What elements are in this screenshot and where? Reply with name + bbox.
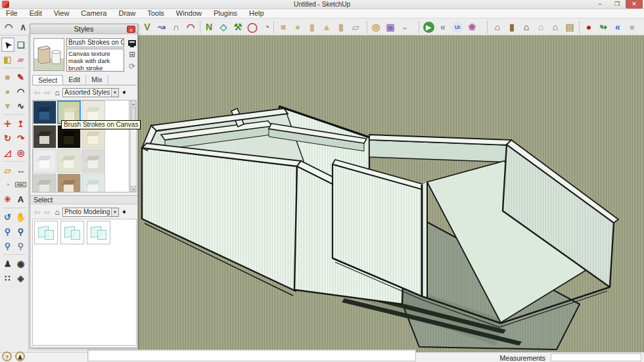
walk-tool[interactable]: ∷ — [1, 271, 14, 285]
chevrons-left-icon[interactable]: « — [436, 20, 450, 34]
styles-collection-dropdown[interactable]: Assorted Styles▼ — [62, 88, 119, 97]
styles-panel-title[interactable]: Styles — [30, 24, 137, 34]
ellipse-icon[interactable]: ◯ — [245, 20, 260, 34]
second-panel-header[interactable]: Select — [30, 195, 137, 204]
help-icon[interactable]: ? — [2, 351, 12, 361]
photo-modeling-dropdown[interactable]: Photo Modeling▼ — [62, 208, 119, 217]
offset-tool[interactable]: ◎ — [14, 145, 28, 160]
3d-text-tool[interactable]: A — [14, 192, 28, 206]
look-around-tool[interactable]: ◉ — [14, 256, 28, 271]
menu-window[interactable]: Window — [170, 9, 208, 18]
arc-n-icon[interactable]: ∩ — [169, 20, 183, 34]
cylinder-icon[interactable]: ▮ — [305, 20, 319, 34]
minimize-button[interactable]: – — [591, 0, 609, 9]
back-grey-icon[interactable]: « — [625, 20, 639, 34]
rectangle-tool[interactable]: ■ — [1, 70, 14, 84]
cone-icon[interactable]: ▲ — [319, 20, 334, 34]
display-settings-icon[interactable] — [127, 37, 137, 48]
freehand-tool[interactable]: ∿ — [14, 99, 28, 113]
orbit-tool[interactable]: ↺ — [1, 210, 14, 224]
pale-green-style[interactable] — [57, 149, 81, 173]
blue-edges-style[interactable] — [33, 101, 57, 124]
torus-icon[interactable]: ◎ — [369, 20, 383, 34]
house-front-icon[interactable]: ⌂ — [519, 20, 534, 34]
photo-modeling-style-3[interactable] — [87, 221, 110, 244]
viewport-3d[interactable] — [138, 35, 644, 352]
arc-2pt-icon[interactable]: ◠ — [1, 20, 16, 34]
make-component-tool[interactable]: ❏ — [14, 37, 28, 52]
zoom-window-tool[interactable]: ⚲ — [14, 224, 28, 238]
grey-style[interactable] — [81, 149, 105, 173]
box-icon[interactable]: ■ — [276, 20, 290, 34]
position-camera-tool[interactable]: ♟ — [1, 256, 14, 271]
photo-modeling-style-1[interactable] — [34, 221, 58, 244]
menu-draw[interactable]: Draw — [112, 9, 141, 18]
back-blue-icon[interactable]: « — [610, 20, 625, 34]
door-icon[interactable]: ▮ — [505, 20, 519, 34]
styles-panel-close-icon[interactable]: x — [127, 26, 135, 33]
flower-icon[interactable]: ❀ — [465, 20, 479, 34]
record-icon[interactable]: ● — [582, 20, 596, 34]
cube-ball-icon[interactable]: ▣ — [383, 20, 398, 34]
bezier-v-icon[interactable]: V — [140, 20, 154, 34]
angle-arc-icon[interactable]: ∧ — [16, 20, 30, 34]
tab-select[interactable]: Select — [32, 75, 63, 85]
polygon-tool[interactable]: ▼ — [1, 99, 14, 113]
tab-edit[interactable]: Edit — [63, 75, 86, 85]
follow-me-tool[interactable]: ↷ — [14, 131, 28, 145]
styles-grid-scrollbar[interactable]: ▲ ▼ — [130, 100, 137, 192]
forward-arrow-icon[interactable]: ⇨ — [42, 88, 52, 97]
window-box-icon[interactable]: ▤ — [563, 20, 577, 34]
back-arrow-icon[interactable]: ⇦ — [32, 208, 42, 217]
circle-tool[interactable]: ● — [1, 84, 14, 99]
new-style-icon[interactable]: ⊞ — [127, 49, 137, 60]
green-curve-icon[interactable]: ↬ — [596, 20, 610, 34]
measurements-input[interactable] — [551, 353, 641, 361]
refresh-style-icon[interactable]: ⟳ — [127, 61, 137, 72]
restore-button[interactable]: ❐ — [609, 0, 626, 9]
house-window-icon[interactable]: ⌂ — [534, 20, 548, 34]
axes-tool[interactable]: ✳ — [1, 192, 14, 206]
menu-help[interactable]: Help — [243, 9, 270, 18]
curve-s-icon[interactable]: ↝ — [154, 20, 169, 34]
brown-style[interactable] — [57, 173, 81, 192]
zoom-tool[interactable]: ⚲ — [1, 224, 14, 238]
close-button[interactable]: ✕ — [626, 0, 643, 9]
zoom-extents-tool[interactable]: ⚲ — [1, 238, 14, 253]
menu-view[interactable]: View — [48, 9, 76, 18]
menu-edit[interactable]: Edit — [24, 9, 48, 18]
pie-icon[interactable]: ◔ — [260, 20, 274, 34]
dome-arrow-icon[interactable]: ◒ — [398, 20, 412, 34]
line-tool[interactable]: ✎ — [14, 70, 28, 84]
menu-plugins[interactable]: Plugins — [208, 9, 243, 18]
text-tool[interactable]: ABC — [14, 177, 28, 192]
style-description-field[interactable]: Canvas texture mask with dark brush stro… — [66, 49, 124, 72]
dropdown-arrow-icon[interactable]: ▼ — [111, 89, 118, 97]
back-arrow-icon[interactable]: ⇦ — [32, 88, 42, 97]
paint-bucket-tool[interactable]: ◧ — [1, 52, 14, 66]
tape-measure-tool[interactable]: ▱ — [1, 163, 14, 177]
rotate-tool[interactable]: ↻ — [1, 131, 14, 145]
ui-icon[interactable]: UI — [450, 20, 465, 34]
white-grey-style[interactable] — [33, 149, 57, 173]
plane-icon[interactable]: ▱ — [348, 20, 363, 34]
forward-arrow-icon[interactable]: ⇨ — [42, 208, 52, 217]
model-canvas[interactable] — [138, 35, 644, 352]
menu-tools[interactable]: Tools — [141, 9, 170, 18]
menu-file[interactable]: File — [0, 9, 24, 18]
polyline-icon[interactable]: N — [202, 20, 216, 34]
house-color-icon[interactable]: ⌂ — [490, 20, 505, 34]
details-arrow-icon[interactable]: ➧ — [119, 208, 129, 216]
wrench-icon[interactable]: ⚒ — [231, 20, 245, 34]
soft-blur-style[interactable] — [33, 173, 57, 192]
arc-tool[interactable]: ◠ — [14, 84, 28, 99]
account-icon[interactable]: ♟ — [15, 351, 25, 361]
scroll-down-icon[interactable]: ▼ — [131, 186, 136, 192]
select-tool[interactable]: ➤ — [1, 37, 14, 52]
zoom-previous-tool[interactable]: ⚲ — [14, 238, 28, 253]
house-outline-icon[interactable]: ⌂ — [548, 20, 563, 34]
scale-tool[interactable]: ◿ — [1, 145, 14, 160]
play-icon[interactable]: ▶ — [421, 20, 436, 34]
protractor-tool[interactable]: ◔ — [1, 177, 14, 192]
move-tool[interactable]: ✛ — [1, 116, 14, 131]
